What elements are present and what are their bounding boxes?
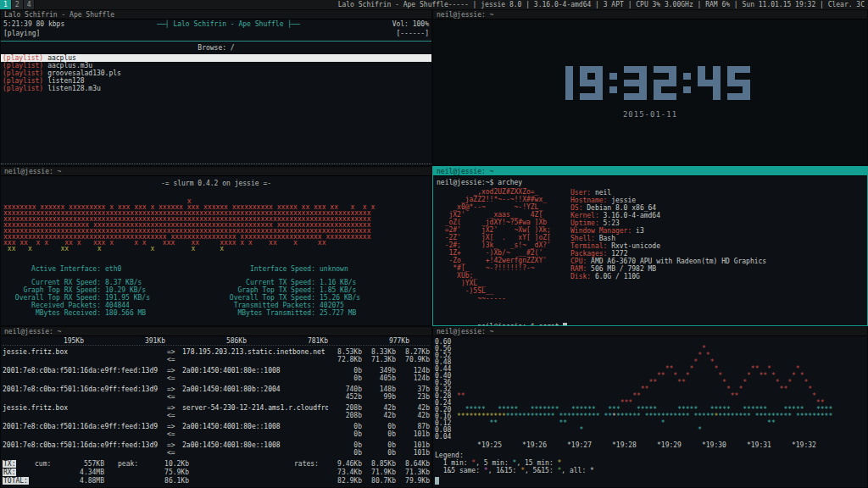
archey-info-value: 3.16.0-4-amd64 bbox=[599, 212, 660, 219]
archey-info-value: Bash bbox=[595, 235, 615, 242]
mocp-state-line: [playing] [------] bbox=[1, 29, 431, 38]
titlebar-loadgraph[interactable]: neil@jessie: ~ bbox=[433, 327, 867, 336]
titlebar-iftop[interactable]: neil@jessie: ~ bbox=[1, 327, 431, 336]
rate-value: 208b bbox=[328, 412, 362, 419]
peak-header: peak: bbox=[118, 460, 148, 469]
connection-dst: 2a00:1450:4001:80e::1008 bbox=[182, 367, 281, 374]
connection-arrow: <= bbox=[167, 374, 182, 382]
digit-cell bbox=[550, 93, 558, 100]
digit-cell bbox=[624, 93, 632, 100]
digit-cell bbox=[565, 73, 573, 80]
window-mocp[interactable]: Lalo Schifrin - Ape Shuffle 5:21:39 80 k… bbox=[0, 9, 432, 166]
digit-cell bbox=[639, 86, 647, 93]
playlist-item[interactable]: (playlist)aacplus.m3u bbox=[1, 62, 431, 69]
mocp-time-bitrate: 5:21:39 80 kbps bbox=[3, 20, 64, 29]
rate-value: 42b bbox=[362, 404, 396, 412]
clock-content[interactable]: 2015-01-11 bbox=[433, 19, 867, 165]
stat-row: MBytes Transmitted:25.727 MB bbox=[215, 309, 430, 317]
connection-dst: 178.195.203.213.static.inetbone.net bbox=[182, 348, 326, 356]
digit-row bbox=[609, 93, 617, 100]
digit-row bbox=[580, 80, 603, 86]
connection-line: jessie.fritz.box=>178.195.203.213.static… bbox=[3, 348, 430, 356]
digit-cell bbox=[698, 86, 705, 93]
digit-cell bbox=[609, 80, 617, 86]
connection-src bbox=[3, 356, 167, 363]
rate-value: 148b bbox=[362, 385, 396, 393]
digit-cell bbox=[632, 66, 639, 73]
legend-text: 1&5 same: bbox=[435, 467, 484, 474]
stat-row: Overall Top RX Speed:191.95 KB/s bbox=[1, 294, 215, 302]
stat-value: 191.95 KB/s bbox=[101, 294, 150, 302]
rate-value: 349b bbox=[362, 367, 396, 374]
window-loadgraph[interactable]: neil@jessie: ~ 0.600.56 *0.52 * *0.48 bbox=[432, 326, 868, 488]
digit-cell bbox=[550, 66, 558, 73]
playlist-item[interactable]: (playlist)listen128.m3u bbox=[1, 85, 431, 92]
titlebar-slurm[interactable]: neil@jessie: ~ bbox=[1, 167, 431, 176]
window-iftop[interactable]: neil@jessie: ~ 195Kb391Kb586Kb781Kb977Kb… bbox=[0, 326, 432, 488]
titlebar-mocp[interactable]: Lalo Schifrin - Ape Shuffle bbox=[1, 10, 431, 19]
rate-value: 8.64Kb bbox=[396, 460, 430, 469]
digit-cell bbox=[727, 86, 735, 93]
digit-cell bbox=[735, 66, 743, 73]
mocp-volume: Vol: 100% bbox=[392, 20, 429, 29]
playlist-item[interactable]: (playlist)aacplus bbox=[1, 54, 431, 62]
digit-cell bbox=[713, 66, 721, 73]
rate-value: 72.8Kb bbox=[328, 356, 362, 363]
stat-value: 1.16 KB/s bbox=[315, 279, 356, 286]
digit-cell bbox=[565, 80, 573, 86]
digit-cell bbox=[550, 86, 558, 93]
workspace-button-1[interactable]: 1 bbox=[0, 0, 12, 9]
playlist-item[interactable]: (playlist)listen128 bbox=[1, 77, 431, 85]
titlebar-archey[interactable]: neil@jessie: ~ bbox=[433, 167, 867, 176]
digit-cell bbox=[558, 93, 565, 100]
slurm-content[interactable]: -= slurm 0.4.2 on jessie =- xxxxxxxxx xx… bbox=[1, 176, 431, 325]
terminal-cursor bbox=[563, 323, 567, 325]
archey-info-value: neil bbox=[591, 189, 611, 197]
mocp-content[interactable]: 5:21:39 80 kbps ──┤ Lalo Schifrin - Ape … bbox=[1, 19, 431, 165]
workspace-button-4[interactable]: 4 bbox=[24, 0, 36, 9]
clock-digit bbox=[580, 66, 603, 100]
archey-info-label: Shell: bbox=[570, 235, 595, 242]
playlist-item-name: listen128 bbox=[43, 77, 84, 85]
legend-text: , 5 min: bbox=[476, 459, 512, 467]
workspace-button-2[interactable]: 2 bbox=[12, 0, 24, 9]
archey-info-row: RAM: 506 MB / 7982 MB bbox=[570, 265, 766, 273]
rate-value: 124b bbox=[396, 374, 430, 382]
window-archey[interactable]: neil@jessie: ~ neil@jessie:~$ archey _,x… bbox=[432, 166, 868, 326]
loadgraph-content[interactable]: 0.600.56 *0.52 * *0.48 * bbox=[433, 336, 867, 487]
archey-info-row: Shell: Bash bbox=[570, 235, 766, 242]
rate-value: 124b bbox=[396, 367, 430, 374]
digit-cell bbox=[743, 80, 750, 86]
digit-cell bbox=[683, 66, 691, 73]
playlist-item[interactable]: (playlist)groovesalad130.pls bbox=[1, 69, 431, 77]
archey-info-row: Kernel: 3.16.0-4-amd64 bbox=[570, 212, 766, 219]
shell-prompt[interactable]: neil@jessie:~$ scrot bbox=[437, 314, 567, 323]
connection-src bbox=[3, 449, 167, 457]
iftop-content[interactable]: 195Kb391Kb586Kb781Kb977Kb jessie.fritz.b… bbox=[1, 336, 431, 487]
stat-value: 180.566 MB bbox=[101, 309, 146, 317]
window-clock[interactable]: neil@jessie: ~ 2015-01-11 bbox=[432, 9, 868, 166]
summary-row: TOTAL:4.88MB86.1Kb82.9Kb80.7Kb79.9Kb bbox=[3, 477, 430, 485]
archey-content[interactable]: neil@jessie:~$ archey _,xod2UZ#ZXXZo=_ _… bbox=[433, 176, 867, 325]
digit-cell bbox=[661, 93, 669, 100]
titlebar-clock[interactable]: neil@jessie: ~ bbox=[433, 10, 867, 19]
mocp-volume-bar: [------] bbox=[396, 30, 429, 38]
digit-cell bbox=[565, 86, 573, 93]
rate-value: 8.33Kb bbox=[362, 348, 396, 356]
digit-row bbox=[550, 73, 573, 80]
load-graph-row: 0.08 * * bbox=[435, 427, 865, 434]
legend-text: , 15 min: bbox=[516, 459, 557, 467]
digit-row bbox=[580, 86, 603, 93]
digit-row bbox=[609, 73, 617, 80]
connection-src bbox=[3, 430, 167, 438]
mocp-play-state: [playing] bbox=[3, 30, 40, 38]
connection-src: 2001:7e8:c0ba:f501:16da:e9ff:feed:13d9 bbox=[3, 423, 167, 430]
window-slurm[interactable]: neil@jessie: ~ -= slurm 0.4.2 on jessie … bbox=[0, 166, 432, 326]
load-legend-title: Legend: bbox=[435, 452, 865, 459]
digit-cell bbox=[595, 93, 603, 100]
connection-src bbox=[3, 412, 167, 419]
connection-arrow: => bbox=[167, 441, 182, 449]
digit-cell bbox=[735, 73, 743, 80]
digit-row bbox=[654, 86, 676, 93]
stat-value: 25.727 MB bbox=[315, 309, 356, 317]
